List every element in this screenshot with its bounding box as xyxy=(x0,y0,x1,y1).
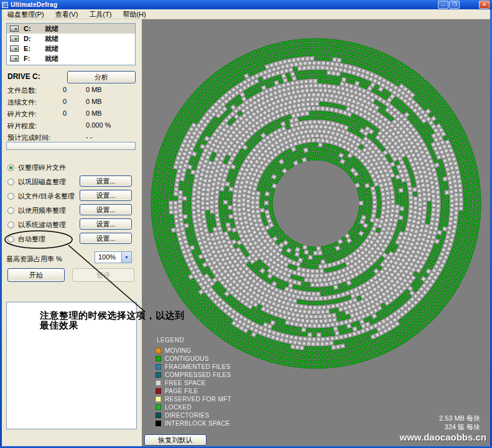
legend-item-free-space: FREE SPACE xyxy=(155,379,206,387)
restore-defaults-button[interactable]: 恢复到默认 xyxy=(144,434,207,446)
dropdown-value: 100% xyxy=(95,252,121,263)
drive-icon xyxy=(10,35,19,42)
drive-icon xyxy=(10,26,19,32)
method-label: 以系统波动整理 xyxy=(18,220,66,230)
close-button[interactable]: ✕ xyxy=(479,1,490,9)
legend-swatch xyxy=(155,356,161,362)
watermark: www.daocaobbs.cn xyxy=(393,432,486,442)
settings-button-filename[interactable]: 设置... xyxy=(80,190,132,201)
legend-swatch xyxy=(155,388,161,394)
drive-icon xyxy=(10,45,19,52)
method-label: 仅整理碎片文件 xyxy=(18,163,66,172)
legend-swatch xyxy=(155,348,161,353)
maximize-button[interactable]: ❐ xyxy=(449,1,460,9)
method-auto[interactable]: 自动整理 xyxy=(7,234,45,245)
analyze-button[interactable]: 分析 xyxy=(67,71,136,83)
menu-bar: 磁盘整理(P) 查看(V) 工具(T) 帮助(H) xyxy=(2,9,490,19)
minimize-button[interactable]: — xyxy=(438,1,448,9)
radio-icon[interactable] xyxy=(7,236,14,243)
legend-item-page-file: PAGE FILE xyxy=(155,387,198,395)
radio-icon[interactable] xyxy=(7,222,14,228)
method-label: 以巩固磁盘整理 xyxy=(18,177,66,187)
legend-swatch xyxy=(155,396,161,402)
stat-fragmentation-level: 碎片程度: 0.000 % xyxy=(7,121,136,130)
drive-row-c[interactable]: C: 就绪 xyxy=(7,24,135,34)
legend-swatch xyxy=(155,364,161,370)
legend-swatch xyxy=(155,413,161,418)
drive-status: 就绪 xyxy=(45,54,58,63)
legend-item-contiguous: CONTIGUOUS xyxy=(155,355,209,363)
drive-icon xyxy=(10,55,19,62)
method-volatility[interactable]: 以系统波动整理 xyxy=(7,220,66,230)
legend-swatch xyxy=(155,404,161,410)
resource-usage-dropdown[interactable]: 100% ▼ xyxy=(95,251,132,263)
drive-row-d[interactable]: D: 就绪 xyxy=(7,34,135,44)
drive-status: 就绪 xyxy=(45,24,58,34)
stat-fragmented-files: 碎片文件: 0 0 MB xyxy=(7,110,136,118)
stat-contiguous-files: 连续文件: 0 0 MB xyxy=(7,98,136,106)
file-log-box xyxy=(6,302,137,429)
menu-disk-defrag[interactable]: 磁盘整理(P) xyxy=(2,9,50,19)
drive-status: 就绪 xyxy=(45,44,58,54)
settings-button-consolidate[interactable]: 设置... xyxy=(80,175,132,187)
start-button[interactable]: 开始 xyxy=(7,268,65,282)
pause-button: 暂停 xyxy=(72,268,134,282)
legend-swatch xyxy=(155,372,161,378)
drive-name: C: xyxy=(24,25,45,32)
method-filename-order[interactable]: 以文件/目录名整理 xyxy=(7,191,75,202)
menu-view[interactable]: 查看(V) xyxy=(50,9,84,19)
selected-drive-label: DRIVE C: xyxy=(7,72,40,81)
window-border-left xyxy=(0,9,2,448)
drive-status: 就绪 xyxy=(45,34,58,44)
legend-item-interblock: INTERBLOCK SPACE xyxy=(155,419,230,427)
radio-icon[interactable] xyxy=(7,193,14,200)
legend-item-mft: RESERVED FOR MFT xyxy=(155,395,231,403)
legend-item-directories: DIRECTORIES xyxy=(155,411,209,419)
drive-list: C: 就绪 D: 就绪 E: 就绪 F: 就绪 xyxy=(6,23,136,65)
menu-tools[interactable]: 工具(T) xyxy=(83,9,117,19)
stat-total-files: 文件总数: 0 0 MB xyxy=(7,86,136,95)
settings-button-auto[interactable]: 设置... xyxy=(80,233,132,244)
window: UltimateDefrag — ❐ ✕ 磁盘整理(P) 查看(V) 工具(T)… xyxy=(0,0,492,448)
legend-swatch xyxy=(155,380,161,386)
window-title: UltimateDefrag xyxy=(11,1,57,8)
settings-button-volatility[interactable]: 设置... xyxy=(80,218,132,230)
radio-icon[interactable] xyxy=(7,164,14,171)
progress-bar xyxy=(6,142,136,150)
cluster-size-info: 324 簇 每块 xyxy=(398,422,480,432)
drive-row-e[interactable]: E: 就绪 xyxy=(7,44,135,54)
legend-item-moving: MOVING xyxy=(155,347,191,355)
legend-item-fragmented: FRAGMENTED FILES xyxy=(155,363,230,371)
drive-name: F: xyxy=(24,55,45,62)
drive-name: D: xyxy=(24,35,45,42)
menu-help[interactable]: 帮助(H) xyxy=(117,9,151,19)
chevron-down-icon[interactable]: ▼ xyxy=(121,252,131,263)
title-bar: UltimateDefrag — ❐ ✕ xyxy=(0,0,492,9)
method-defrag-only[interactable]: 仅整理碎片文件 xyxy=(7,162,66,173)
legend-swatch xyxy=(155,421,161,426)
legend-item-locked: LOCKED xyxy=(155,403,192,411)
app-icon xyxy=(2,2,8,8)
radio-icon[interactable] xyxy=(7,207,14,214)
method-label: 以使用频率整理 xyxy=(18,206,66,215)
legend-item-compressed: COMPRESSED FILES xyxy=(155,371,231,379)
drive-row-f[interactable]: F: 就绪 xyxy=(7,54,135,63)
drive-name: E: xyxy=(24,45,45,52)
method-recency[interactable]: 以使用频率整理 xyxy=(7,205,66,216)
stat-estimated-time: 预计完成时间: - - xyxy=(7,133,136,142)
block-size-info: 2.53 MB 每块 xyxy=(398,414,480,423)
method-label: 以文件/目录名整理 xyxy=(18,192,75,201)
resource-usage-label: 最高资源占用率 % xyxy=(6,254,62,264)
method-consolidate[interactable]: 以巩固磁盘整理 xyxy=(7,177,66,187)
settings-button-recency[interactable]: 设置... xyxy=(80,204,132,215)
method-label: 自动整理 xyxy=(18,235,45,244)
legend-title: LEGEND xyxy=(157,337,184,343)
radio-icon[interactable] xyxy=(7,179,14,185)
